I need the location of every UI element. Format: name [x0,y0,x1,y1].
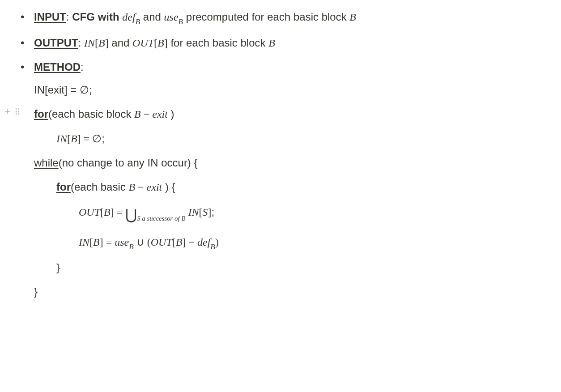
svg-point-2 [16,108,17,110]
block-gutter-controls[interactable] [4,107,21,115]
output-item: OUTPUT: IN[B] and OUT[B] for each basic … [21,35,543,51]
while-keyword: while [34,157,59,169]
add-block-icon[interactable] [4,107,12,115]
output-label: OUTPUT [34,37,78,49]
input-tailvar: B [349,11,356,23]
input-label: INPUT [34,11,66,23]
drag-handle-icon[interactable] [14,107,21,115]
union-symbol: ⋃ [125,203,137,226]
method-for-init-body: IN[B] = ∅; [34,130,543,147]
input-and: and [140,11,164,23]
algorithm-list: INPUT: CFG with defB and useB precompute… [4,9,543,301]
output-out: OUT[B] [132,37,168,49]
svg-point-7 [18,113,19,115]
colon: : [78,37,84,49]
method-for-inner: for(each basic B − exit ) { [34,179,543,196]
input-tail: precomputed for each basic block [183,11,349,23]
for-keyword: for [34,108,48,120]
method-eq-out: OUT[B] = ⋃S a successor of B IN[S]; [34,203,543,226]
method-for-init[interactable]: for(each basic block B − exit ) [34,106,543,123]
svg-point-5 [18,111,19,112]
output-and: and [109,37,132,49]
method-close-while: } [34,283,543,300]
method-label: METHOD [34,61,81,73]
colon: : [81,61,84,73]
input-cfg-text: CFG with [72,11,122,23]
svg-point-4 [16,111,17,112]
method-item: METHOD: IN[exit] = ∅; for(each basic blo… [21,59,543,301]
for-keyword-inner: for [56,181,71,193]
input-use: useB [164,11,183,23]
method-while: while(no change to any IN occur) { [34,154,543,171]
input-def: defB [122,11,140,23]
method-eq-in: IN[B] = useB ∪ (OUT[B] − defB) [34,234,543,252]
output-in: IN[B] [84,37,109,49]
svg-point-3 [18,108,19,110]
method-init-exit: IN[exit] = ∅; [34,81,543,98]
method-close-inner: } [34,259,543,276]
output-tail: for each basic block [168,37,268,49]
colon: : [66,11,72,23]
svg-point-6 [16,113,17,115]
output-tailvar: B [268,37,275,49]
input-item: INPUT: CFG with defB and useB precompute… [21,9,543,27]
